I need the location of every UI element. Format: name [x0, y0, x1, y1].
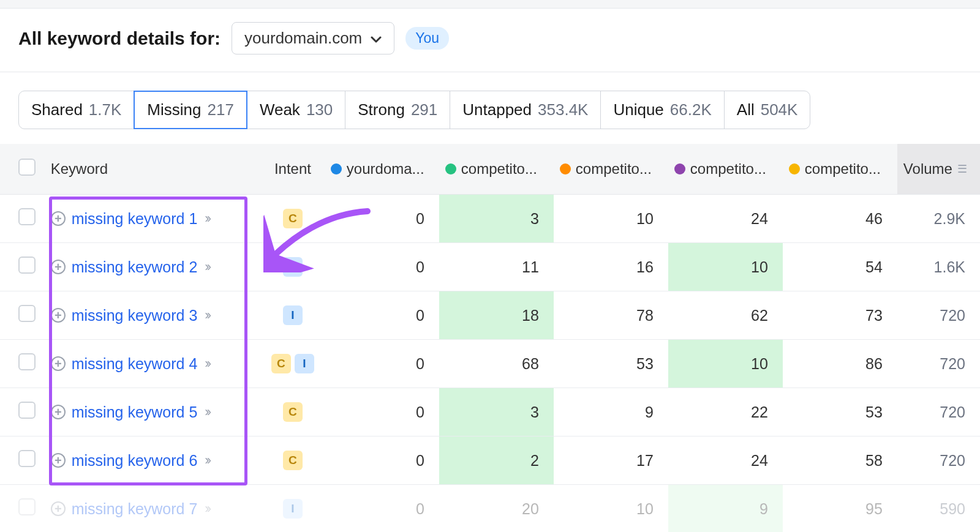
filter-tab-strong[interactable]: Strong291: [345, 91, 450, 129]
volume-cell: 590: [897, 485, 980, 533]
keyword-link[interactable]: +missing keyword 1››: [51, 210, 255, 228]
add-icon[interactable]: +: [51, 501, 66, 516]
rank-cell: 0: [325, 291, 439, 340]
column-yourdomain[interactable]: yourdoma...: [325, 144, 439, 195]
rank-cell: 24: [668, 436, 783, 485]
row-checkbox-cell: [0, 388, 45, 436]
rank-cell: 86: [783, 340, 897, 388]
chevron-right-icon: ››: [205, 356, 209, 372]
dot-icon-purple: [674, 163, 685, 174]
row-checkbox[interactable]: [18, 402, 36, 419]
add-icon[interactable]: +: [51, 211, 66, 226]
intent-cell: C: [261, 388, 325, 436]
column-label: competito...: [690, 160, 766, 178]
keyword-cell: +missing keyword 6››: [45, 436, 261, 485]
row-checkbox[interactable]: [18, 450, 36, 467]
table-row: +missing keyword 3››I018786273720: [0, 291, 980, 340]
rank-cell: 53: [554, 340, 668, 388]
intent-badge-i: I: [283, 257, 303, 277]
keyword-cell: +missing keyword 7››: [45, 485, 261, 533]
filter-tab-all[interactable]: All504K: [724, 91, 811, 129]
rank-cell: 0: [325, 340, 439, 388]
dot-icon-orange: [560, 163, 571, 174]
add-icon[interactable]: +: [51, 453, 66, 468]
keyword-link[interactable]: +missing keyword 6››: [51, 452, 255, 470]
rank-cell: 0: [325, 436, 439, 485]
filter-label: Strong: [358, 100, 405, 119]
row-checkbox[interactable]: [18, 498, 36, 515]
intent-badge-i: I: [283, 499, 303, 519]
keyword-table: Keyword Intent yourdoma... competito... …: [0, 144, 980, 532]
rank-cell: 0: [325, 485, 439, 533]
row-checkbox-cell: [0, 340, 45, 388]
add-icon[interactable]: +: [51, 308, 66, 323]
filter-tab-weak[interactable]: Weak130: [247, 91, 345, 129]
volume-cell: 720: [897, 436, 980, 485]
column-volume[interactable]: Volume☰: [897, 144, 980, 195]
rank-cell: 18: [439, 291, 554, 340]
row-checkbox-cell: [0, 243, 45, 291]
keyword-cell: +missing keyword 3››: [45, 291, 261, 340]
rank-cell: 24: [668, 195, 783, 243]
row-checkbox[interactable]: [18, 208, 36, 225]
table-row: +missing keyword 4››CI068531086720: [0, 340, 980, 388]
volume-cell: 720: [897, 340, 980, 388]
column-competitor-4[interactable]: competito...: [783, 144, 897, 195]
chevron-right-icon: ››: [205, 307, 209, 323]
add-icon[interactable]: +: [51, 405, 66, 419]
rank-cell: 10: [668, 340, 783, 388]
rank-cell: 3: [439, 195, 554, 243]
filter-tab-unique[interactable]: Unique66.2K: [600, 91, 724, 129]
select-all-checkbox[interactable]: [18, 159, 36, 176]
rank-cell: 78: [554, 291, 668, 340]
rank-cell: 62: [668, 291, 783, 340]
filter-label: Shared: [31, 100, 83, 119]
volume-cell: 2.9K: [897, 195, 980, 243]
rank-cell: 10: [554, 195, 668, 243]
filter-label: Unique: [613, 100, 663, 119]
rank-cell: 3: [439, 388, 554, 436]
filter-count: 217: [207, 100, 233, 119]
domain-dropdown[interactable]: yourdomain.com: [232, 22, 394, 54]
filter-count: 504K: [761, 100, 798, 119]
add-icon[interactable]: +: [51, 356, 66, 371]
keyword-link[interactable]: +missing keyword 4››: [51, 355, 255, 373]
column-keyword[interactable]: Keyword: [45, 144, 261, 195]
keyword-text: missing keyword 6: [72, 452, 198, 470]
keyword-text: missing keyword 2: [72, 258, 198, 276]
row-checkbox[interactable]: [18, 305, 36, 322]
rank-cell: 17: [554, 436, 668, 485]
rank-cell: 2: [439, 436, 554, 485]
keyword-link[interactable]: +missing keyword 5››: [51, 403, 255, 421]
table-row: +missing keyword 2››I0111610541.6K: [0, 243, 980, 291]
column-competitor-2[interactable]: competito...: [554, 144, 668, 195]
rank-cell: 0: [325, 243, 439, 291]
row-checkbox-cell: [0, 436, 45, 485]
filter-count: 1.7K: [89, 100, 122, 119]
keyword-text: missing keyword 3: [72, 307, 198, 324]
filter-tab-untapped[interactable]: Untapped353.4K: [450, 91, 601, 129]
volume-cell: 720: [897, 388, 980, 436]
filter-tab-shared[interactable]: Shared1.7K: [18, 91, 134, 129]
keyword-link[interactable]: +missing keyword 2››: [51, 258, 255, 276]
filter-tab-missing[interactable]: Missing217: [134, 91, 247, 129]
keyword-text: missing keyword 5: [72, 403, 198, 421]
rank-cell: 10: [668, 243, 783, 291]
table-row: +missing keyword 5››C0392253720: [0, 388, 980, 436]
rank-cell: 20: [439, 485, 554, 533]
column-label: competito...: [805, 160, 881, 178]
add-icon[interactable]: +: [51, 260, 66, 274]
column-intent[interactable]: Intent: [261, 144, 325, 195]
column-label: yourdoma...: [347, 160, 424, 178]
column-competitor-3[interactable]: competito...: [668, 144, 783, 195]
column-competitor-1[interactable]: competito...: [439, 144, 554, 195]
row-checkbox[interactable]: [18, 353, 36, 370]
you-badge: You: [405, 27, 449, 50]
intent-cell: C: [261, 436, 325, 485]
intent-badge-c: C: [283, 451, 303, 470]
keyword-link[interactable]: +missing keyword 3››: [51, 307, 255, 324]
keyword-link[interactable]: +missing keyword 7››: [51, 500, 255, 518]
row-checkbox[interactable]: [18, 257, 36, 274]
rank-cell: 11: [439, 243, 554, 291]
filter-count: 66.2K: [670, 100, 712, 119]
